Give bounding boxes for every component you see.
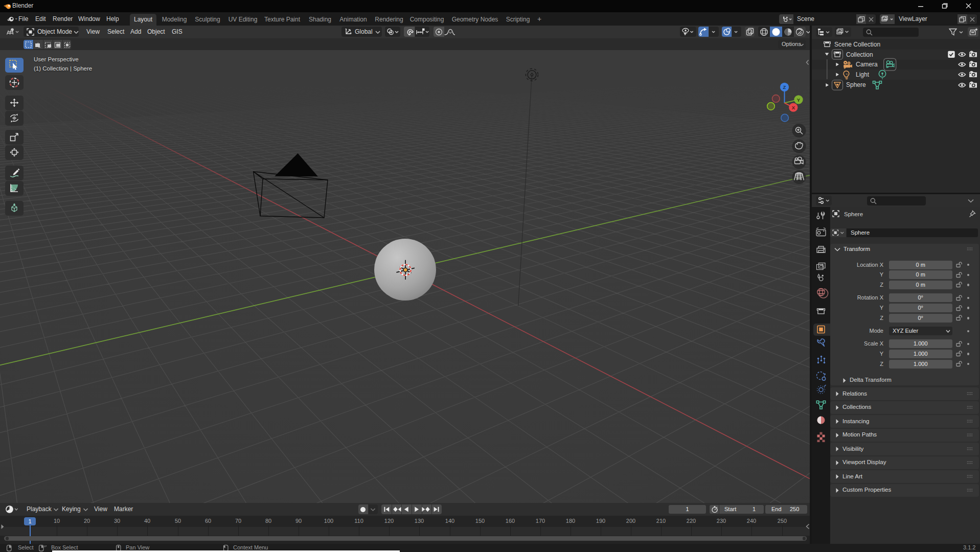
svg-text:X: X [792,105,795,110]
svg-text:Y: Y [797,97,801,103]
svg-text:Z: Z [783,84,786,90]
